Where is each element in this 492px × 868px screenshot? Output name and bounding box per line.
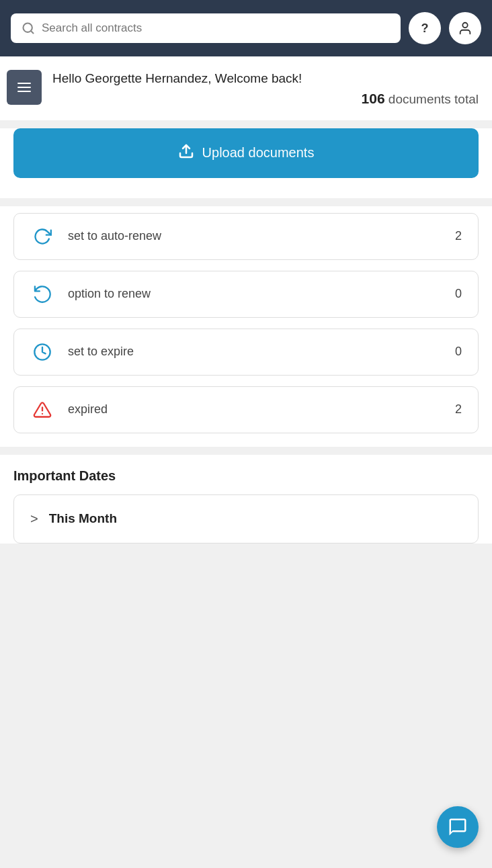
chat-button[interactable] [437,806,479,848]
upload-icon [178,143,194,163]
option-renew-card[interactable]: option to renew 0 [13,271,479,318]
auto-renew-icon [30,227,54,246]
auto-renew-card[interactable]: set to auto-renew 2 [13,213,479,260]
warning-icon [30,400,54,419]
option-renew-icon [30,285,54,304]
welcome-text: Hello Georgette Hernandez, Welcome back!… [52,70,479,107]
doc-count-number: 106 [362,91,385,106]
section-divider-2 [0,198,492,206]
menu-button[interactable] [7,70,42,105]
auto-renew-label: set to auto-renew [68,229,442,243]
header: ? [0,0,492,56]
this-month-card[interactable]: > This Month [13,494,479,544]
set-expire-label: set to expire [68,345,442,359]
upload-section: Upload documents [0,128,492,198]
svg-line-1 [31,31,34,34]
svg-point-2 [462,23,467,28]
upload-label: Upload documents [202,145,315,161]
doc-count-label: documents total [388,92,479,106]
section-divider-3 [0,447,492,455]
expired-count: 2 [455,402,462,417]
expired-label: expired [68,402,442,417]
question-mark-icon: ? [421,21,429,36]
user-icon [458,21,473,36]
document-count: 106 documents total [52,91,479,107]
auto-renew-count: 2 [455,229,462,243]
search-icon [22,21,35,35]
expired-card[interactable]: expired 2 [13,386,479,433]
section-divider [0,120,492,128]
set-expire-count: 0 [455,345,462,359]
clock-icon [30,343,54,361]
search-input[interactable] [42,21,390,35]
user-profile-button[interactable] [449,12,481,44]
important-dates-title: Important Dates [13,468,479,484]
status-cards-section: set to auto-renew 2 option to renew 0 se… [0,206,492,447]
hamburger-icon [17,83,31,92]
set-expire-card[interactable]: set to expire 0 [13,329,479,376]
welcome-greeting: Hello Georgette Hernandez, Welcome back! [52,70,479,88]
chat-bubble-icon [448,817,468,837]
important-dates-section: Important Dates > This Month [0,455,492,544]
search-bar[interactable] [11,13,401,43]
upload-button[interactable]: Upload documents [13,128,479,178]
option-renew-label: option to renew [68,287,442,301]
this-month-label: This Month [49,511,117,526]
chevron-right-icon: > [30,511,38,527]
help-button[interactable]: ? [409,12,441,44]
welcome-section: Hello Georgette Hernandez, Welcome back!… [0,56,492,120]
option-renew-count: 0 [455,287,462,301]
